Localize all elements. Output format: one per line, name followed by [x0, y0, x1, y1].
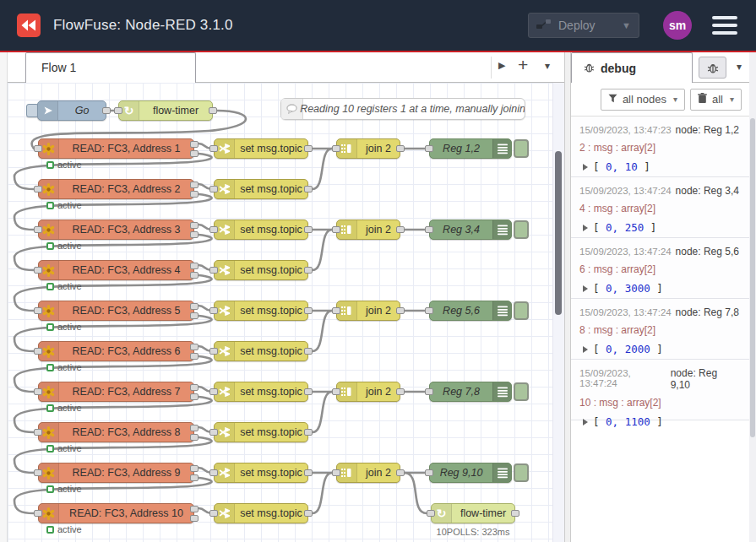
- debug-scrollbar-track[interactable]: [749, 52, 756, 542]
- node-debug-4[interactable]: Reg 7,8: [429, 382, 512, 402]
- debug-message-3[interactable]: 15/09/2023, 13:47:24node: Reg 5,66 : msg…: [571, 238, 749, 299]
- port-output[interactable]: [209, 107, 217, 114]
- node-read-9[interactable]: READ: FC3, Address 9: [38, 463, 194, 483]
- node-set-9[interactable]: set msg.topic: [214, 463, 308, 483]
- port-output[interactable]: [102, 107, 111, 114]
- node-flow-timer-top[interactable]: ↻flow-timer: [118, 100, 213, 121]
- add-flow-button[interactable]: +: [518, 55, 528, 75]
- debug-toggle-button-5[interactable]: [514, 463, 529, 482]
- flow-canvas[interactable]: Go↻flow-timerReading 10 registers 1 at a…: [8, 83, 564, 542]
- node-read-7[interactable]: READ: FC3, Address 7: [38, 382, 194, 402]
- node-join-4[interactable]: join 2: [336, 382, 400, 402]
- port-output[interactable]: [304, 145, 313, 152]
- port-input[interactable]: [34, 267, 42, 274]
- node-debug-3[interactable]: Reg 5,6: [429, 301, 512, 321]
- node-set-7[interactable]: set msg.topic: [214, 382, 308, 402]
- debug-filter-bug-button[interactable]: [699, 57, 726, 79]
- tab-scroll-right-icon[interactable]: ▶: [498, 60, 505, 71]
- port-output[interactable]: [396, 469, 405, 476]
- port-output[interactable]: [190, 465, 199, 472]
- port-output[interactable]: [304, 267, 313, 274]
- port-input[interactable]: [209, 388, 218, 395]
- node-join-5[interactable]: join 2: [336, 463, 400, 483]
- debug-message-5[interactable]: 15/09/2023, 13:47:24node: Reg 9,1010 : m…: [571, 360, 749, 420]
- port-output[interactable]: [190, 150, 199, 157]
- debug-message-4[interactable]: 15/09/2023, 13:47:24node: Reg 7,88 : msg…: [571, 299, 749, 360]
- wire-join-5-timer-bottom[interactable]: [405, 473, 427, 513]
- deploy-caret-icon[interactable]: ▼: [622, 20, 631, 30]
- port-output[interactable]: [396, 145, 405, 152]
- port-output[interactable]: [304, 388, 313, 395]
- debug-toggle-button-1[interactable]: [514, 139, 529, 158]
- node-read-1[interactable]: READ: FC3, Address 1: [38, 138, 194, 159]
- node-read-3[interactable]: READ: FC3, Address 3: [38, 220, 194, 240]
- port-input[interactable]: [209, 226, 218, 233]
- port-input[interactable]: [332, 226, 340, 233]
- wire-set-8-join-4[interactable]: [313, 392, 332, 432]
- port-output[interactable]: [396, 388, 405, 395]
- port-output[interactable]: [396, 307, 405, 314]
- message-payload[interactable]: [ 0, 2000 ]: [579, 343, 739, 355]
- port-input[interactable]: [34, 186, 42, 192]
- tab-debug[interactable]: debug: [571, 52, 693, 83]
- expand-caret-icon[interactable]: [583, 285, 588, 292]
- wire-set-2-join-1[interactable]: [313, 149, 332, 189]
- sidebar-resize-handle[interactable]: [564, 52, 571, 542]
- debug-message-1[interactable]: 15/09/2023, 13:47:23node: Reg 1,22 : msg…: [571, 117, 749, 177]
- node-comment[interactable]: Reading 10 registers 1 at a time, manual…: [280, 98, 525, 120]
- deploy-button[interactable]: Deploy ▼: [528, 13, 639, 38]
- expand-caret-icon[interactable]: [583, 164, 588, 171]
- port-input[interactable]: [34, 429, 42, 436]
- sidebar-menu-caret-icon[interactable]: ▾: [737, 61, 742, 73]
- node-debug-2[interactable]: Reg 3,4: [429, 220, 512, 240]
- port-input[interactable]: [209, 145, 218, 152]
- port-output[interactable]: [190, 141, 199, 148]
- debug-scrollbar-thumb[interactable]: [750, 118, 755, 437]
- node-join-1[interactable]: join 2: [336, 138, 400, 159]
- port-output[interactable]: [511, 510, 519, 517]
- port-output[interactable]: [304, 348, 313, 355]
- wire-set-4-join-2[interactable]: [313, 230, 332, 270]
- node-set-3[interactable]: set msg.topic: [214, 220, 308, 240]
- port-input[interactable]: [209, 469, 218, 476]
- port-output[interactable]: [190, 231, 199, 238]
- port-input[interactable]: [34, 226, 42, 233]
- node-set-4[interactable]: set msg.topic: [214, 260, 308, 280]
- node-flow-timer-bottom[interactable]: ↻flow-timer: [431, 503, 515, 523]
- debug-clear-button[interactable]: all ▾: [690, 89, 742, 111]
- main-menu-button[interactable]: [712, 16, 737, 35]
- port-output[interactable]: [190, 182, 199, 188]
- message-payload[interactable]: [ 0, 250 ]: [579, 221, 739, 234]
- port-output[interactable]: [190, 474, 199, 481]
- debug-filter-button[interactable]: all nodes ▾: [601, 89, 685, 111]
- expand-caret-icon[interactable]: [583, 419, 588, 425]
- expand-caret-icon[interactable]: [583, 346, 588, 353]
- port-input[interactable]: [332, 388, 340, 395]
- port-input[interactable]: [425, 226, 433, 233]
- port-input[interactable]: [114, 107, 122, 114]
- node-set-2[interactable]: set msg.topic: [214, 179, 308, 199]
- node-join-2[interactable]: join 2: [336, 220, 400, 240]
- port-output[interactable]: [190, 393, 199, 400]
- debug-message-2[interactable]: 15/09/2023, 13:47:24node: Reg 3,44 : msg…: [571, 177, 749, 238]
- port-output[interactable]: [304, 226, 313, 233]
- node-read-4[interactable]: READ: FC3, Address 4: [38, 260, 194, 280]
- port-output[interactable]: [304, 469, 313, 476]
- port-output[interactable]: [190, 263, 199, 269]
- port-input[interactable]: [425, 307, 433, 314]
- node-set-1[interactable]: set msg.topic: [214, 138, 308, 159]
- expand-caret-icon[interactable]: [583, 225, 588, 231]
- tab-flow-1[interactable]: Flow 1: [25, 52, 196, 83]
- port-input[interactable]: [332, 469, 340, 476]
- port-output[interactable]: [304, 510, 313, 517]
- port-input[interactable]: [34, 307, 42, 314]
- port-input[interactable]: [209, 267, 218, 274]
- node-read-6[interactable]: READ: FC3, Address 6: [38, 341, 194, 361]
- port-input[interactable]: [34, 348, 42, 355]
- node-read-2[interactable]: READ: FC3, Address 2: [38, 179, 194, 199]
- port-input[interactable]: [332, 145, 340, 152]
- port-output[interactable]: [190, 384, 199, 391]
- port-output[interactable]: [190, 506, 199, 512]
- canvas-scrollbar-thumb[interactable]: [555, 151, 562, 315]
- wire-set-6-join-3[interactable]: [313, 311, 332, 351]
